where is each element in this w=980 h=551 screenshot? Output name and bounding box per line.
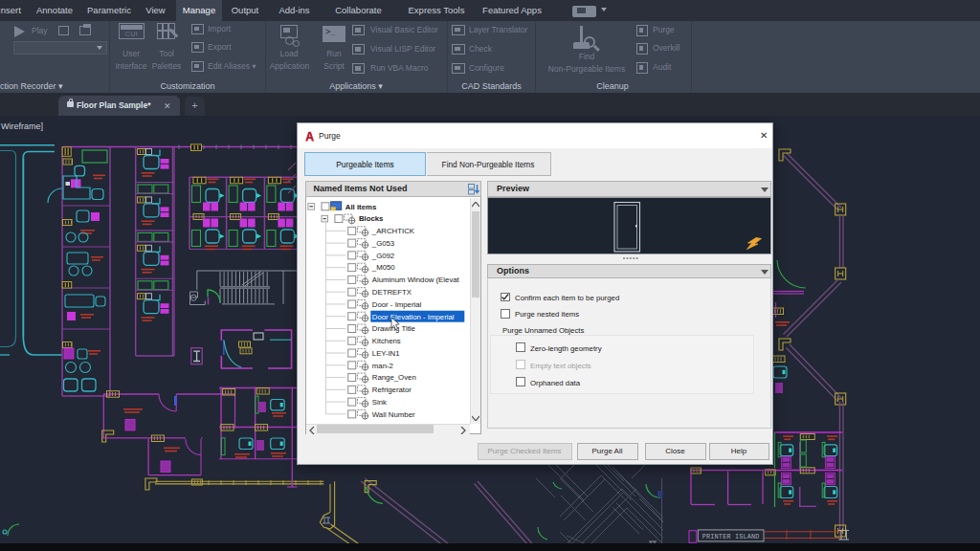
svg-text:Blocks: Blocks [358,214,383,223]
svg-text:_ARCHTICK: _ARCHTICK [370,227,414,235]
svg-text:man-2: man-2 [371,362,392,370]
svg-text:Sink: Sink [371,398,386,407]
svg-text:Door - Imperial: Door - Imperial [371,300,421,309]
svg-text:_G092: _G092 [370,252,393,260]
svg-text:DETREFTX: DETREFTX [371,288,412,297]
svg-text:_M050: _M050 [370,263,395,272]
svg-text:LEY-IN1: LEY-IN1 [371,349,399,358]
svg-text:Kitchens: Kitchens [371,337,400,345]
svg-text:Door Elevation - Imperial: Door Elevation - Imperial [371,313,454,321]
svg-text:Aluminum Window (Elevat: Aluminum Window (Elevat [371,276,459,284]
svg-text:PRINTER ISLAND: PRINTER ISLAND [702,533,760,540]
svg-text:_G053: _G053 [370,239,393,248]
svg-text:Range_Oven: Range_Oven [371,373,415,382]
svg-text:Refrigerator: Refrigerator [371,386,412,394]
svg-text:Wall Number: Wall Number [371,410,414,419]
svg-text:All items: All items [345,203,376,211]
